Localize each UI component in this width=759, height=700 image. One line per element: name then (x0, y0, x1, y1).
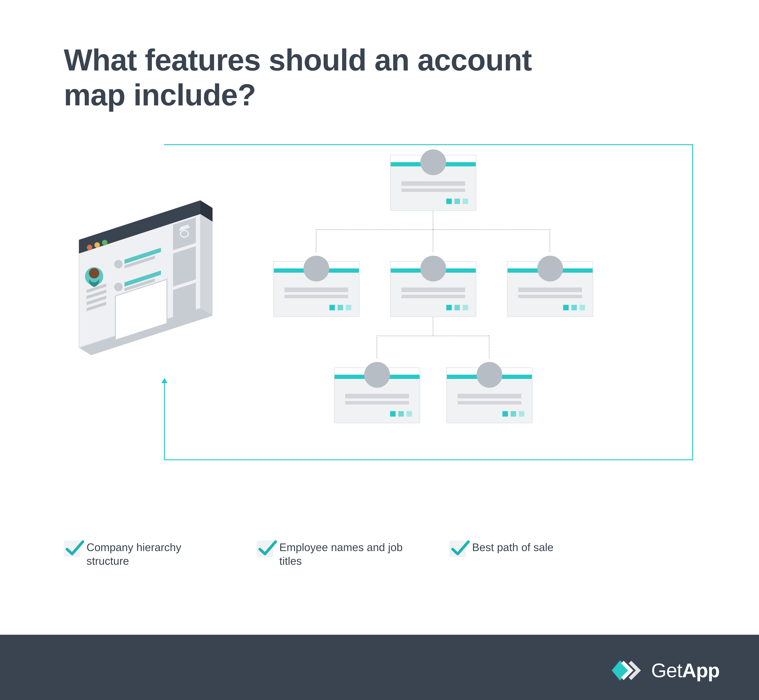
connector (433, 209, 433, 229)
svg-point-5 (102, 240, 108, 245)
org-card (334, 367, 420, 423)
connector (376, 336, 489, 336)
connector (489, 336, 490, 358)
checkbox-icon (64, 541, 80, 557)
org-card-root (390, 155, 476, 211)
brand-name: GetApp (651, 659, 720, 682)
check-label: Company hierarchy structure (86, 541, 223, 568)
footer: GetApp (0, 635, 759, 700)
checklist: Company hierarchy structure Employee nam… (64, 541, 695, 568)
checkbox-icon (449, 541, 466, 557)
svg-point-4 (94, 242, 100, 248)
connector (376, 336, 377, 358)
check-item: Best path of sale (449, 541, 553, 568)
org-card (390, 261, 476, 317)
connector (433, 316, 433, 336)
page-title: What features should an account map incl… (64, 42, 580, 112)
person-icon (537, 256, 563, 281)
diagram-area (64, 144, 695, 494)
infographic-page: What features should an account map incl… (0, 0, 759, 700)
check-label: Employee names and job titles (279, 541, 416, 568)
org-card (507, 261, 593, 317)
person-icon (476, 362, 502, 388)
svg-point-15 (114, 283, 123, 291)
connector (550, 229, 550, 252)
check-item: Company hierarchy structure (64, 541, 223, 568)
check-item: Employee names and job titles (256, 541, 416, 568)
person-icon (420, 256, 446, 281)
svg-point-3 (87, 245, 92, 250)
browser-iso-icon (64, 197, 246, 364)
svg-point-12 (114, 260, 123, 269)
svg-point-7 (89, 268, 99, 278)
brand-logo: GetApp (612, 658, 720, 683)
org-card (273, 261, 359, 317)
connector (433, 229, 433, 252)
person-icon (420, 149, 446, 175)
checkbox-icon (256, 541, 273, 557)
person-icon (364, 362, 390, 388)
check-label: Best path of sale (472, 541, 553, 554)
brand-mark-icon (612, 658, 645, 683)
connector (316, 229, 317, 252)
arrow-up-icon (161, 378, 167, 383)
person-icon (303, 256, 329, 281)
sale-path-stub (164, 381, 165, 459)
org-card (446, 367, 533, 423)
